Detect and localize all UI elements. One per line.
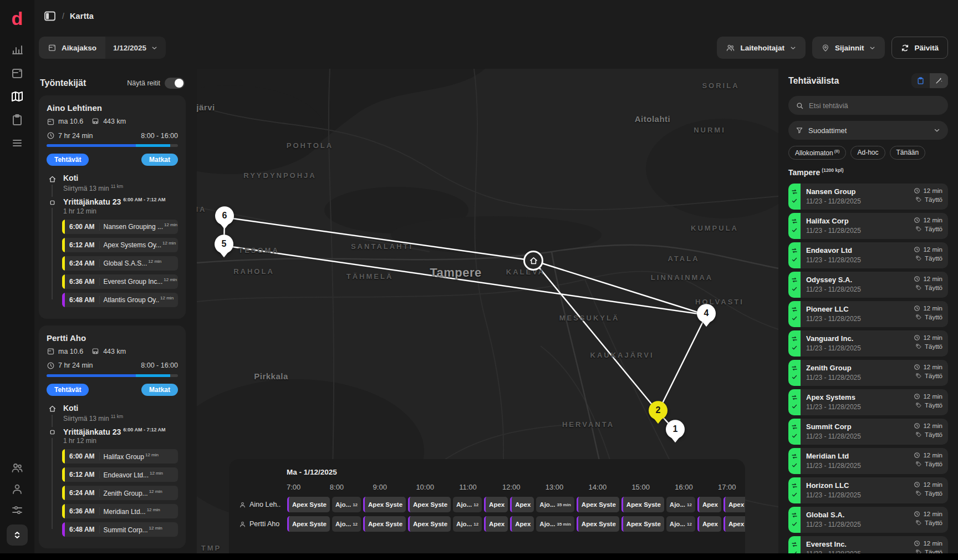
task-card[interactable]: Apex Systems 11/23 - 11/28/2025 12 min T… [788,389,948,415]
gantt-block[interactable]: Apex [510,497,534,512]
trips-tab-pill[interactable]: Matkat [141,384,178,396]
gantt-block[interactable]: Apex Syste [287,516,330,532]
route-stop-marker[interactable]: 4 [697,304,716,323]
task-name: Summit Corp... [104,526,148,534]
task-card[interactable]: Endeavor Ltd 11/23 - 11/28/2025 12 min T… [788,242,948,268]
gantt-block[interactable]: Apex Syste [577,516,619,532]
task-card[interactable]: Summit Corp 11/23 - 11/28/2025 12 min Tä… [788,419,948,445]
gantt-block[interactable]: Apex Syste [408,516,451,532]
gantt-block[interactable]: Apex [697,516,721,532]
worker-task-row[interactable]: 6:36 AM Everest Group Inc...12 min [62,274,178,289]
show-routes-toggle[interactable] [165,78,185,89]
gantt-block[interactable]: Ajo...12 [332,516,361,532]
gantt-block[interactable]: Apex Syste [363,516,406,532]
gantt-block[interactable]: Ajo...35 min [536,516,574,532]
worker-date: ma 10.6 [58,118,83,125]
gantt-block[interactable]: Apex [510,516,534,532]
task-card[interactable]: Odyssey S.A. 11/23 - 11/28/2025 12 min T… [788,272,948,298]
task-company-name: Apex Systems [806,393,908,401]
gantt-block[interactable]: Apex Syste [621,497,664,512]
gantt-block[interactable]: Ajo...12 [453,497,482,512]
worker-task-row[interactable]: 6:36 AM Meridian Ltd...12 min [62,504,178,518]
filter-chip[interactable]: Allokoimaton(8) [788,146,846,160]
expand-collapse-button[interactable] [7,525,28,546]
route-stop-marker[interactable]: 1 [666,420,685,439]
date-selector[interactable]: 1/12/2025 [105,37,166,59]
task-duration: 12 min [923,511,942,517]
app-logo[interactable]: d [12,9,23,28]
gantt-block[interactable]: Ajo...35 min [536,497,574,512]
settings-sliders-icon[interactable] [11,503,24,517]
worker-card[interactable]: Aino Lehtinen ma 10.6 443 km 7 hr 24 min… [39,95,186,319]
task-type: Täyttö [925,490,942,497]
gantt-block-duration: 12 [473,502,478,507]
gantt-block[interactable]: Apex [697,497,721,512]
task-search-field[interactable] [788,96,948,115]
task-card[interactable]: Global S.A. 11/23 - 11/28/2025 12 min Tä… [788,507,948,533]
chip-label: Allokoimaton [795,149,833,157]
clock-icon [914,393,920,400]
task-type: Täyttö [925,431,942,438]
map-icon[interactable] [11,90,24,103]
filter-chip[interactable]: Tänään [890,146,926,160]
chevron-down-icon [789,44,797,52]
gantt-block[interactable]: Apex [484,516,508,532]
task-card[interactable]: Halifax Corp 11/23 - 11/28/2025 12 min T… [788,213,948,239]
gantt-block[interactable]: Apex Syste [363,497,406,512]
filter-chip[interactable]: Ad-hoc [850,146,885,160]
gantt-block-label: Apex [489,501,505,508]
route-stop-marker[interactable]: 2 [649,401,667,420]
user-icon[interactable] [11,482,24,496]
gantt-block[interactable]: Ajo...12 [666,516,695,532]
list-view-button[interactable] [911,73,930,88]
task-type: Täyttö [925,461,942,467]
worker-task-row[interactable]: 6:48 AM Summit Corp...12 min [62,522,178,537]
worker-task-row[interactable]: 6:00 AM Nansen Grouping ...12 min [62,220,178,234]
tasks-tab-pill[interactable]: Tehtävät [47,384,89,396]
refresh-button[interactable]: Päivitä [891,37,948,59]
analytics-icon[interactable] [11,43,24,57]
gantt-block[interactable]: Apex [723,497,745,512]
gantt-block[interactable]: Apex [484,497,508,512]
tasks-tab-pill[interactable]: Tehtävät [47,154,89,166]
task-search-input[interactable] [809,101,941,110]
worker-task-row[interactable]: 6:24 AM Global S.A.S...12 min [62,256,178,271]
trips-tab-pill[interactable]: Matkat [141,154,178,166]
worker-task-row[interactable]: 6:12 AM Apex Systems Oy...12 min [62,238,178,252]
route-stop-marker[interactable]: 6 [215,206,234,225]
gantt-block[interactable]: Apex [723,516,745,532]
clipboard-icon[interactable] [11,113,24,126]
worker-task-row[interactable]: 6:24 AM Zenith Group...12 min [62,486,178,500]
time-period-button[interactable]: Aikajakso 1/12/2025 [39,37,166,59]
task-card[interactable]: Everest Inc. 11/23 - 11/28/2025 12 min T… [788,536,948,553]
gantt-block[interactable]: Apex Syste [408,497,451,512]
filters-dropdown[interactable]: Suodattimet [788,121,948,140]
locations-dropdown-button[interactable]: Sijainnit [812,37,885,59]
gantt-block[interactable]: Ajo...12 [332,497,361,512]
gantt-block-label: Apex [515,501,531,508]
task-card[interactable]: Horizon LLC 11/23 - 11/28/2025 12 min Tä… [788,477,948,503]
list-icon[interactable] [11,136,24,150]
task-card[interactable]: Nansen Group 11/23 - 11/28/2025 12 min T… [788,184,948,210]
task-time: 6:24 AM [65,489,100,497]
gantt-block[interactable]: Ajo...12 [666,497,695,512]
team-icon[interactable] [11,461,24,475]
gantt-block[interactable]: Apex Syste [621,516,664,532]
panel-toggle-icon[interactable] [43,9,57,23]
task-card[interactable]: Pioneer LLC 11/23 - 11/28/2025 12 min Tä… [788,301,948,327]
gantt-block[interactable]: Apex Syste [577,497,619,512]
gantt-block[interactable]: Ajo...12 [453,516,482,532]
home-marker[interactable] [523,251,543,271]
worker-task-row[interactable]: 6:00 AM Halifax Group12 min [62,449,178,464]
worker-task-row[interactable]: 6:48 AM Atlantis Group Oy..12 min [62,293,178,307]
task-card[interactable]: Vanguard Inc. 11/23 - 11/28/2025 12 min … [788,330,948,357]
worker-card[interactable]: Pertti Aho ma 10.6 443 km 7 hr 24 min 8:… [39,325,186,549]
task-card[interactable]: Meridian Ltd 11/23 - 11/28/2025 12 min T… [788,448,948,474]
worker-task-row[interactable]: 6:12 AM Endeavor Ltd...12 min [62,467,178,482]
task-card[interactable]: Zenith Group 11/23 - 11/28/2025 12 min T… [788,360,948,386]
auto-assign-button[interactable] [930,73,948,88]
caretakers-dropdown-button[interactable]: Laitehoitajat [717,37,806,59]
calendar-icon[interactable] [11,67,24,80]
gantt-block[interactable]: Apex Syste [287,497,330,512]
route-stop-marker[interactable]: 5 [215,235,233,253]
